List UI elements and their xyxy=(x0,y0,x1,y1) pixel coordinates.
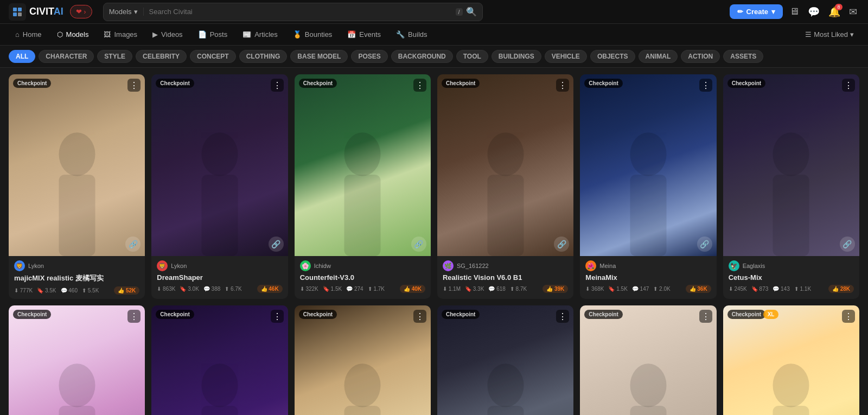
card-username-1: Lykon xyxy=(28,263,44,269)
svg-rect-15 xyxy=(773,175,809,256)
filter-tag-objects[interactable]: OBJECTS xyxy=(590,50,635,63)
filter-bar: ALLCHARACTERSTYLECELEBRITYCONCEPTCLOTHIN… xyxy=(0,46,868,68)
nav-videos[interactable]: ▶ Videos xyxy=(146,27,189,42)
card-8[interactable]: Checkpoint⋮🔗👻GhostInShellGhostMix⬇ 218K🔖… xyxy=(151,305,288,415)
stat--2: 💬 388 xyxy=(203,286,220,292)
filter-tag-poses[interactable]: POSES xyxy=(351,50,387,63)
card-2[interactable]: Checkpoint⋮🔗🦁LykonDreamShaper⬇ 863K🔖 3.0… xyxy=(151,74,288,299)
card-link-icon-2: 🔗 xyxy=(269,237,284,252)
stat--6: 👍 28K xyxy=(828,285,854,293)
models-icon: ⬡ xyxy=(57,30,63,39)
search-input[interactable] xyxy=(149,8,456,16)
card-link-icon-6: 🔗 xyxy=(840,237,855,252)
avatar-3: 🌸 xyxy=(300,260,311,271)
card-menu-button-6[interactable]: ⋮ xyxy=(842,79,855,92)
card-menu-button-4[interactable]: ⋮ xyxy=(556,79,569,92)
create-button[interactable]: ✏ Create ▾ xyxy=(730,4,783,19)
card-username-4: SG_161222 xyxy=(457,263,489,269)
card-menu-button-3[interactable]: ⋮ xyxy=(413,79,426,92)
card-username-3: Ichidw xyxy=(314,263,331,269)
svg-point-6 xyxy=(201,132,238,176)
filter-tag-celebrity[interactable]: CELEBRITY xyxy=(136,50,187,63)
avatar-2: 🦁 xyxy=(157,260,168,271)
card-stats-6: ⬇ 245K🔖 873💬 143⬆ 1.1K👍 28K xyxy=(723,285,859,297)
card-stats-4: ⬇ 1.1M🔖 3.3K💬 618⬆ 8.7K👍 39K xyxy=(437,285,573,297)
svg-rect-23 xyxy=(487,406,524,415)
logo[interactable]: CIVITAI xyxy=(9,3,63,21)
card-badge-6: Checkpoint xyxy=(727,79,765,88)
filter-tag-all[interactable]: ALL xyxy=(9,50,35,63)
card-10[interactable]: Checkpoint⋮🔗🌏pleasebankaiBeautiful Reali… xyxy=(437,305,573,415)
card-stats-2: ⬇ 863K🔖 3.0K💬 388⬆ 6.7K👍 46K xyxy=(151,285,288,297)
desktop-icon-button[interactable]: 🖥 xyxy=(787,4,801,20)
stat--4: ⬇ 1.1M xyxy=(443,286,461,292)
card-menu-button-5[interactable]: ⋮ xyxy=(699,79,712,92)
filter-tag-animal[interactable]: ANIMAL xyxy=(639,50,678,63)
card-image-3: Checkpoint⋮🔗 xyxy=(295,74,431,256)
stat--1: 👍 52K xyxy=(114,286,139,295)
card-stats-5: ⬇ 368K🔖 1.5K💬 147⬆ 2.0K👍 36K xyxy=(580,285,716,297)
most-liked-sort-button[interactable]: ☰ Most Liked ▾ xyxy=(800,27,859,42)
heart-button[interactable]: ❤ › xyxy=(70,5,92,18)
card-5[interactable]: Checkpoint⋮🔗🌺MeinaMeinaMix⬇ 368K🔖 1.5K💬 … xyxy=(580,74,716,299)
card-menu-button-8[interactable]: ⋮ xyxy=(271,310,284,323)
filter-tag-assets[interactable]: ASSETS xyxy=(723,50,763,63)
card-menu-button-9[interactable]: ⋮ xyxy=(413,310,426,323)
filter-tag-base-model[interactable]: BASE MODEL xyxy=(290,50,348,63)
card-6[interactable]: Checkpoint⋮🔗🦅EaglaxisCetus-Mix⬇ 245K🔖 87… xyxy=(723,74,859,299)
filter-tag-tool[interactable]: TOOL xyxy=(456,50,488,63)
filter-tag-background[interactable]: BACKGROUND xyxy=(391,50,453,63)
card-title-5: MeinaMix xyxy=(580,272,716,285)
stat--2: ⬆ 6.7K xyxy=(225,286,241,292)
card-4[interactable]: Checkpoint⋮🔗🌿SG_161222Realistic Vision V… xyxy=(437,74,573,299)
card-9[interactable]: Checkpoint⋮🔗⚡Zyx_xxXXMix_9realistic⬇ 207… xyxy=(295,305,431,415)
search-button[interactable]: 🔍 xyxy=(466,7,477,17)
notification-button[interactable]: 🔔 8 xyxy=(826,4,843,20)
articles-icon: 📰 xyxy=(242,30,251,39)
card-7[interactable]: Checkpoint⋮🔗🌺MeinaMeinaHentai⬇ 228K🔖 1.2… xyxy=(9,305,145,415)
card-link-icon-4: 🔗 xyxy=(554,237,569,252)
stat--4: 🔖 3.3K xyxy=(465,286,484,292)
filter-tag-buildings[interactable]: BUILDINGS xyxy=(492,50,541,63)
card-menu-button-10[interactable]: ⋮ xyxy=(556,310,569,323)
top-bar: CIVITAI ❤ › Models ▾ / 🔍 ✏ Create ▾ 🖥 💬 … xyxy=(0,0,868,24)
card-image-5: Checkpoint⋮🔗 xyxy=(580,74,716,256)
nav-images[interactable]: 🖼 Images xyxy=(97,27,144,42)
messages-button[interactable]: ✉ xyxy=(847,4,859,20)
filter-tag-action[interactable]: ACTION xyxy=(681,50,720,63)
card-username-6: Eaglaxis xyxy=(743,263,765,269)
filter-tag-character[interactable]: CHARACTER xyxy=(39,50,94,63)
chat-icon-button[interactable]: 💬 xyxy=(806,4,822,20)
card-1[interactable]: Checkpoint⋮🔗🦁LykonmajicMIX realistic 麦橘写… xyxy=(9,74,145,299)
nav-bounties[interactable]: 🏅 Bounties xyxy=(286,27,339,42)
card-image-2: Checkpoint⋮🔗 xyxy=(151,74,288,256)
card-12[interactable]: CheckpointXL⋮🔗🌙Yuno779万象熔炉 | Anything XL… xyxy=(723,305,859,415)
stat--1: ⬇ 777K xyxy=(14,288,33,293)
svg-point-18 xyxy=(201,363,238,407)
card-menu-button-7[interactable]: ⋮ xyxy=(127,310,141,323)
filter-tag-concept[interactable]: CONCEPT xyxy=(190,50,236,63)
card-menu-button-12[interactable]: ⋮ xyxy=(842,310,855,323)
nav-articles[interactable]: 📰 Articles xyxy=(236,27,284,42)
svg-point-14 xyxy=(773,132,809,176)
nav-builds[interactable]: 🔧 Builds xyxy=(390,27,433,42)
card-menu-button-1[interactable]: ⋮ xyxy=(127,79,141,92)
card-stats-3: ⬇ 322K🔖 1.5K💬 274⬆ 1.7K👍 40K xyxy=(295,285,431,297)
filter-tag-clothing[interactable]: CLOTHING xyxy=(239,50,288,63)
filter-tag-vehicle[interactable]: VEHICLE xyxy=(545,50,587,63)
logo-icon xyxy=(9,3,26,21)
card-menu-button-11[interactable]: ⋮ xyxy=(699,310,712,323)
search-type-button[interactable]: Models ▾ xyxy=(109,8,144,16)
card-3[interactable]: Checkpoint⋮🔗🌸IchidwCounterfeit-V3.0⬇ 322… xyxy=(295,74,431,299)
filter-tag-style[interactable]: STYLE xyxy=(97,50,132,63)
card-menu-button-2[interactable]: ⋮ xyxy=(271,79,284,92)
nav-models[interactable]: ⬡ Models xyxy=(50,27,95,42)
nav-events[interactable]: 📅 Events xyxy=(341,27,387,42)
avatar-4: 🌿 xyxy=(443,260,454,271)
card-11[interactable]: Checkpoint⋮🔗💎epinikionepiCRealism⬇ 505K🔖… xyxy=(580,305,716,415)
nav-home[interactable]: ⌂ Home xyxy=(9,27,48,42)
stat--5: 💬 147 xyxy=(632,286,649,292)
nav-posts[interactable]: 📄 Posts xyxy=(192,27,234,42)
svg-rect-13 xyxy=(630,175,666,256)
stat--6: ⬆ 1.1K xyxy=(794,286,811,292)
